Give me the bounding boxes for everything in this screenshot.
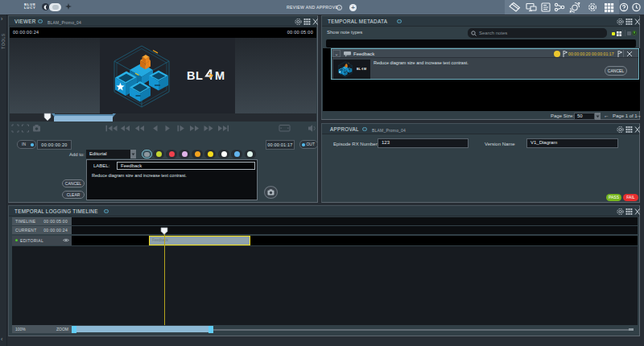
- svg-text:M: M: [364, 68, 366, 71]
- svg-text:BL: BL: [357, 68, 361, 71]
- svg-text:M: M: [215, 69, 225, 82]
- svg-text:BL: BL: [187, 69, 203, 82]
